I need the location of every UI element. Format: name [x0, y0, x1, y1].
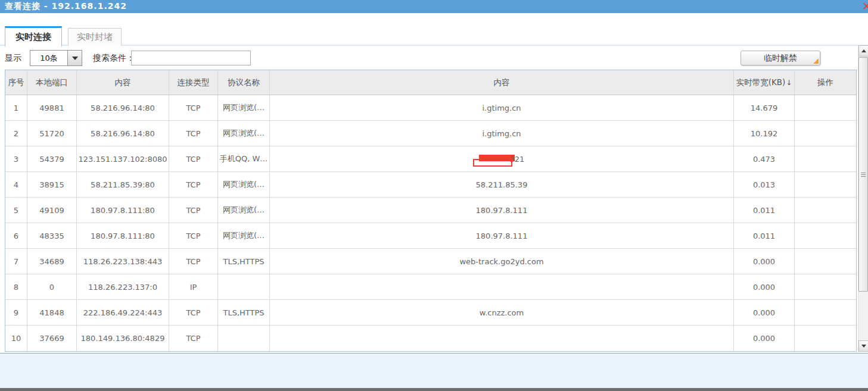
table-row[interactable]: 25172058.216.96.14:80TCP网页浏览(…i.gtimg.cn… — [5, 121, 856, 146]
cell-content: 118.26.223.137:0 — [77, 274, 169, 299]
table-row[interactable]: 43891558.211.85.39:80TCP网页浏览(…58.211.85.… — [5, 172, 856, 198]
cell-protocol: 网页浏览(… — [218, 121, 270, 146]
cell-bandwidth: 10.192 — [734, 121, 795, 146]
cell-action — [795, 326, 856, 351]
cell-action — [795, 95, 856, 120]
show-label: 显示 — [5, 50, 21, 66]
cell-num: 6 — [5, 223, 27, 248]
cell-port: 38915 — [27, 172, 77, 197]
cell-bandwidth: 0.011 — [734, 223, 795, 248]
search-input[interactable] — [131, 51, 251, 65]
cell-content2: 180.97.8.111 — [270, 223, 734, 248]
cell-content: 123.151.137.102:8080 — [77, 146, 169, 171]
column-header-bandwidth[interactable]: 实时带宽(KB)↓ — [734, 70, 795, 95]
cell-bandwidth: 14.679 — [734, 95, 795, 120]
tab-realtime-connections[interactable]: 实时连接 — [5, 26, 62, 47]
cell-protocol: 网页浏览(… — [218, 95, 270, 120]
controls-row: 显示 10条 搜索条件： 临时解禁 — [5, 50, 856, 67]
cell-bandwidth: 0.011 — [734, 198, 795, 223]
cell-type: TCP — [169, 249, 218, 274]
cell-protocol: 网页浏览(… — [218, 223, 270, 248]
table-row[interactable]: 648335180.97.8.111:80TCP网页浏览(…180.97.8.1… — [5, 223, 856, 249]
table-row[interactable]: 941848222.186.49.224:443TCPTLS,HTTPSw.cn… — [5, 300, 856, 326]
cell-port: 49109 — [27, 198, 77, 223]
cell-type: IP — [169, 274, 218, 299]
column-header-protocol: 协议名称 — [218, 70, 270, 95]
cell-type: TCP — [169, 198, 218, 223]
footer-area — [0, 353, 868, 388]
chevron-down-icon — [72, 57, 78, 60]
tab-realtime-blocking[interactable]: 实时封堵 — [68, 28, 122, 46]
cell-num: 8 — [5, 274, 27, 299]
cell-protocol — [218, 326, 270, 351]
cell-content: 222.186.49.224:443 — [77, 300, 169, 325]
table-row[interactable]: 80118.26.223.137:0IP0.000 — [5, 274, 856, 300]
arrow-down-icon — [861, 345, 866, 348]
cell-num: 9 — [5, 300, 27, 325]
cell-content: 118.26.223.138:443 — [77, 249, 169, 274]
cell-action — [795, 172, 856, 197]
cell-content2: w.cnzz.com — [270, 300, 734, 325]
cell-port: 49881 — [27, 95, 77, 120]
scroll-up-button[interactable] — [858, 45, 868, 57]
table-row[interactable]: 549109180.97.8.111:80TCP网页浏览(…180.97.8.1… — [5, 198, 856, 223]
table-body: 14988158.216.96.14:80TCP网页浏览(…i.gtimg.cn… — [5, 95, 856, 351]
cell-port: 54379 — [27, 146, 77, 171]
cell-port: 0 — [27, 274, 77, 299]
table-row[interactable]: 14988158.216.96.14:80TCP网页浏览(…i.gtimg.cn… — [5, 95, 856, 121]
cell-content: 180.149.136.80:4829 — [77, 326, 169, 351]
cell-content2: i.gtimg.cn — [270, 121, 734, 146]
column-header-port: 本地端口 — [27, 70, 77, 95]
cell-num: 2 — [5, 121, 27, 146]
redaction-outline — [473, 159, 512, 167]
cell-port: 41848 — [27, 300, 77, 325]
scroll-down-button[interactable] — [858, 340, 868, 352]
cell-num: 1 — [5, 95, 27, 120]
cell-bandwidth: 0.000 — [734, 326, 795, 351]
cell-content2: 321 — [270, 146, 734, 171]
cell-type: TCP — [169, 121, 218, 146]
cell-num: 5 — [5, 198, 27, 223]
column-header-content2: 内容 — [270, 70, 734, 95]
cell-type: TCP — [169, 95, 218, 120]
vertical-scrollbar[interactable] — [858, 45, 868, 352]
cell-protocol: 手机QQ, W… — [218, 146, 270, 171]
cell-content2 — [270, 274, 734, 299]
cell-type: TCP — [169, 172, 218, 197]
cell-num: 3 — [5, 146, 27, 171]
dropdown-arrow-button[interactable] — [67, 51, 82, 65]
table-row[interactable]: 734689118.26.223.138:443TCPTLS,HTTPSweb-… — [5, 249, 856, 274]
bottom-bar — [0, 388, 868, 391]
cell-type: TCP — [169, 223, 218, 248]
table-header-row: 序号本地端口内容连接类型协议名称内容实时带宽(KB)↓操作 — [5, 70, 856, 95]
tab-strip: 实时连接 实时封堵 — [0, 25, 868, 46]
table-row[interactable]: 1037669180.149.136.80:4829TCP0.000 — [5, 326, 856, 351]
cell-action — [795, 121, 856, 146]
scrollbar-thumb[interactable] — [858, 57, 868, 292]
cell-content2: web-track.go2yd.com — [270, 249, 734, 274]
cell-type: TCP — [169, 146, 218, 171]
window-title: 查看连接 - 192.168.1.242 — [0, 0, 868, 12]
scrollbar-grip-icon — [861, 173, 866, 177]
cell-port: 34689 — [27, 249, 77, 274]
cell-action — [795, 198, 856, 223]
cell-content: 58.216.96.14:80 — [77, 95, 169, 120]
temporary-unblock-label: 临时解禁 — [764, 53, 797, 62]
cell-action — [795, 146, 856, 171]
cell-bandwidth: 0.013 — [734, 172, 795, 197]
cell-content2: 58.211.85.39 — [270, 172, 734, 197]
close-icon[interactable]: ✕ — [862, 0, 868, 12]
connections-table: 序号本地端口内容连接类型协议名称内容实时带宽(KB)↓操作 14988158.2… — [5, 70, 857, 352]
pencil-icon — [813, 58, 819, 64]
cell-action — [795, 223, 856, 248]
cell-protocol — [218, 274, 270, 299]
table-row[interactable]: 354379123.151.137.102:8080TCP手机QQ, W…321… — [5, 146, 856, 172]
cell-protocol: TLS,HTTPS — [218, 300, 270, 325]
page-size-select[interactable]: 10条 — [30, 50, 82, 66]
temporary-unblock-button[interactable]: 临时解禁 — [741, 51, 820, 65]
page-size-value: 10条 — [30, 51, 67, 65]
cell-content: 58.211.85.39:80 — [77, 172, 169, 197]
cell-action — [795, 300, 856, 325]
column-header-type: 连接类型 — [169, 70, 218, 95]
cell-protocol: TLS,HTTPS — [218, 249, 270, 274]
